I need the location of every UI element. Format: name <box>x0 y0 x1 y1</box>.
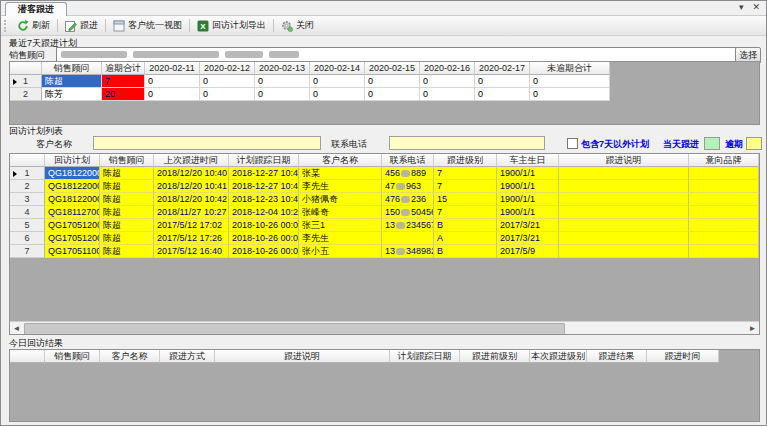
cell-day-count[interactable]: 0 <box>420 88 475 101</box>
column-header[interactable]: 跟进方式 <box>160 350 215 363</box>
column-header[interactable]: 2020-02-12 <box>200 62 255 75</box>
cell-intent-brand[interactable] <box>689 232 759 245</box>
cell-customer-name[interactable]: 张峰奇 <box>299 206 382 219</box>
cell-plan-id[interactable]: QG1812200003 <box>45 193 100 206</box>
cell-plan-id[interactable]: QG1705110002 <box>45 245 100 258</box>
refresh-button[interactable]: 刷新 <box>12 18 55 33</box>
cell-plan-track-date[interactable]: 2018-10-26 00:00 <box>229 219 299 232</box>
cell-consultant[interactable]: 陈芳 <box>42 88 102 101</box>
cell-followup-level[interactable]: A <box>434 232 497 245</box>
cell-phone[interactable]: 13234567 <box>382 219 434 232</box>
cell-day-count[interactable]: 0 <box>365 88 420 101</box>
column-header[interactable]: 销售顾问 <box>45 350 100 363</box>
cell-day-count[interactable]: 0 <box>420 75 475 88</box>
cell-phone[interactable]: 150504564 <box>382 206 434 219</box>
column-header[interactable]: 跟进说明 <box>559 154 689 167</box>
include-beyond-7days-checkbox[interactable] <box>567 138 578 149</box>
cell-not-overdue-total[interactable]: 0 <box>530 88 610 101</box>
row-header[interactable]: 1 <box>10 167 45 180</box>
cell-customer-name[interactable]: 张小五 <box>299 245 382 258</box>
cell-followup-level[interactable]: B <box>434 219 497 232</box>
cell-followup-note[interactable] <box>559 180 689 193</box>
cell-phone[interactable]: 13348982 <box>382 245 434 258</box>
cell-last-followup-time[interactable]: 2018/11/27 10:27 <box>154 206 229 219</box>
column-header[interactable]: 意向品牌 <box>689 154 759 167</box>
cell-day-count[interactable]: 0 <box>145 88 200 101</box>
row-header[interactable]: 2 <box>10 180 45 193</box>
column-header[interactable]: 逾期合计 <box>102 62 145 75</box>
column-header[interactable]: 车主生日 <box>497 154 559 167</box>
cell-last-followup-time[interactable]: 2018/12/20 10:42 <box>154 193 229 206</box>
customer-name-input[interactable] <box>93 136 321 150</box>
column-header[interactable]: 回访计划 <box>45 154 100 167</box>
column-header[interactable]: 销售顾问 <box>100 154 154 167</box>
cell-consultant[interactable]: 陈超 <box>100 232 154 245</box>
cell-followup-level[interactable]: 7 <box>434 167 497 180</box>
cell-followup-note[interactable] <box>559 193 689 206</box>
cell-day-count[interactable]: 0 <box>475 88 530 101</box>
cell-day-count[interactable]: 0 <box>365 75 420 88</box>
export-plan-button[interactable]: X 回访计划导出 <box>192 18 271 33</box>
row-header[interactable]: 3 <box>10 193 45 206</box>
cell-customer-name[interactable]: 李先生 <box>299 232 382 245</box>
cell-plan-id[interactable]: QG1811270004 <box>45 206 100 219</box>
cell-phone[interactable]: 456889 <box>382 167 434 180</box>
cell-consultant[interactable]: 陈超 <box>100 193 154 206</box>
column-header[interactable]: 客户名称 <box>100 350 160 363</box>
cell-day-count[interactable]: 0 <box>200 88 255 101</box>
column-header[interactable]: 跟进级别 <box>434 154 497 167</box>
column-header[interactable]: 2020-02-16 <box>420 62 475 75</box>
cell-day-count[interactable]: 0 <box>475 75 530 88</box>
cell-overdue-total[interactable]: 20 <box>102 88 145 101</box>
cell-not-overdue-total[interactable]: 0 <box>530 75 610 88</box>
dropdown-icon[interactable]: ▾ <box>739 2 744 12</box>
cell-consultant[interactable]: 陈超 <box>100 180 154 193</box>
cell-plan-track-date[interactable]: 2018-10-26 00:00 <box>229 245 299 258</box>
cell-day-count[interactable]: 0 <box>310 75 365 88</box>
cell-intent-brand[interactable] <box>689 219 759 232</box>
cell-customer-name[interactable]: 小猪佩奇 <box>299 193 382 206</box>
cell-followup-level[interactable]: B <box>434 245 497 258</box>
column-header[interactable]: 上次跟进时间 <box>154 154 229 167</box>
close-window-icon[interactable]: ✕ <box>752 2 760 12</box>
cell-owner-birthday[interactable]: 1900/1/1 <box>497 193 559 206</box>
cell-intent-brand[interactable] <box>689 206 759 219</box>
scroll-right-icon[interactable]: ► <box>746 322 759 334</box>
cell-owner-birthday[interactable]: 1900/1/1 <box>497 167 559 180</box>
cell-phone[interactable] <box>382 232 434 245</box>
cell-overdue-total[interactable]: 7 <box>102 75 145 88</box>
column-header[interactable]: 本次跟进级别 <box>530 350 587 363</box>
cell-plan-track-date[interactable]: 2018-12-27 10:40 <box>229 180 299 193</box>
cell-intent-brand[interactable] <box>689 193 759 206</box>
cell-last-followup-time[interactable]: 2018/12/20 10:40 <box>154 167 229 180</box>
column-header[interactable]: 销售顾问 <box>42 62 102 75</box>
cell-consultant[interactable]: 陈超 <box>42 75 102 88</box>
cell-last-followup-time[interactable]: 2017/5/12 17:26 <box>154 232 229 245</box>
cell-owner-birthday[interactable]: 1900/1/1 <box>497 206 559 219</box>
row-header[interactable]: 1 <box>10 75 42 88</box>
consultant-input[interactable] <box>56 47 740 62</box>
include-beyond-7days-label[interactable]: 包含7天以外计划 <box>581 138 649 151</box>
column-header[interactable]: 2020-02-17 <box>475 62 530 75</box>
cell-intent-brand[interactable] <box>689 245 759 258</box>
cell-followup-note[interactable] <box>559 245 689 258</box>
cell-consultant[interactable]: 陈超 <box>100 206 154 219</box>
followup-button[interactable]: 跟进 <box>60 18 103 33</box>
cell-plan-id[interactable]: QG1705120007 <box>45 219 100 232</box>
phone-input[interactable] <box>389 136 545 150</box>
column-header[interactable]: 2020-02-15 <box>365 62 420 75</box>
column-header[interactable]: 计划跟踪日期 <box>229 154 299 167</box>
cell-followup-note[interactable] <box>559 206 689 219</box>
row-header[interactable]: 6 <box>10 232 45 245</box>
close-button[interactable]: 关闭 <box>276 18 319 33</box>
cell-plan-track-date[interactable]: 2018-12-23 10:42 <box>229 193 299 206</box>
column-header[interactable]: 未逾期合计 <box>530 62 610 75</box>
cell-consultant[interactable]: 陈超 <box>100 219 154 232</box>
cell-last-followup-time[interactable]: 2017/5/12 16:40 <box>154 245 229 258</box>
column-header[interactable]: 2020-02-11 <box>145 62 200 75</box>
scroll-left-icon[interactable]: ◄ <box>10 322 23 334</box>
tab-prospect-followup[interactable]: 潜客跟进 <box>5 2 67 16</box>
column-header[interactable]: 跟进时间 <box>647 350 719 363</box>
cell-plan-id[interactable]: QG1812200002 <box>45 180 100 193</box>
cell-day-count[interactable]: 0 <box>200 75 255 88</box>
